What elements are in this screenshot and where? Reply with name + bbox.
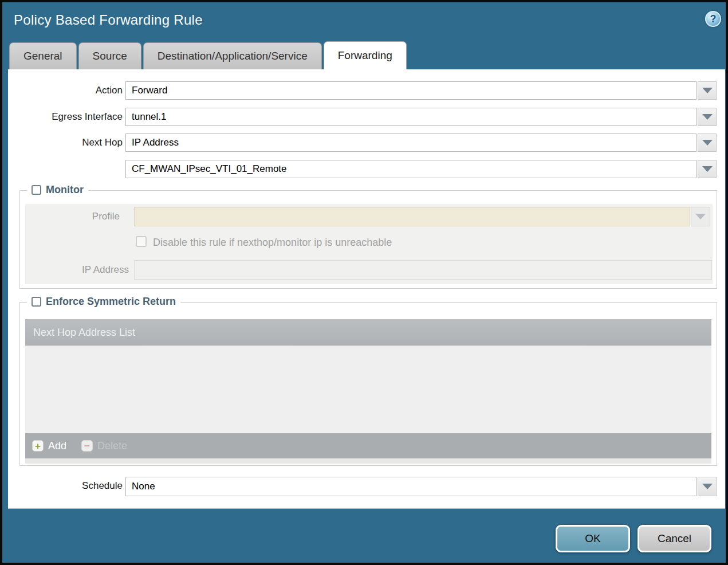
profile-label: Profile	[5, 207, 120, 226]
schedule-select[interactable]	[125, 477, 696, 496]
delete-button-label: Delete	[97, 440, 127, 452]
disable-rule-label: Disable this rule if nexthop/monitor ip …	[153, 237, 392, 249]
pbf-rule-dialog: Policy Based Forwarding Rule ? General S…	[0, 0, 728, 565]
chevron-down-icon	[702, 484, 713, 489]
next-hop-address-list-header: Next Hop Address List	[25, 319, 711, 346]
add-button-label: Add	[48, 440, 66, 452]
next-hop-address-select[interactable]	[125, 160, 696, 178]
plus-icon: +	[32, 440, 44, 452]
next-hop-address-list-toolbar: + Add − Delete	[25, 433, 711, 458]
tab-destination-application-service[interactable]: Destination/Application/Service	[143, 42, 322, 69]
delete-button[interactable]: − Delete	[81, 440, 127, 452]
symmetric-return-legend-label: Enforce Symmetric Return	[46, 296, 176, 308]
action-dropdown-button[interactable]	[698, 81, 717, 100]
chevron-down-icon	[702, 140, 713, 146]
schedule-label: Schedule	[8, 477, 123, 495]
chevron-down-icon	[702, 166, 713, 172]
egress-interface-label: Egress Interface	[8, 108, 123, 126]
monitor-legend: Monitor	[27, 184, 88, 196]
tab-forwarding[interactable]: Forwarding	[324, 41, 407, 69]
egress-interface-select[interactable]	[125, 108, 696, 126]
minus-icon: −	[81, 440, 93, 452]
enforce-symmetric-return-checkbox[interactable]	[32, 297, 41, 307]
help-icon[interactable]: ?	[705, 11, 721, 27]
next-hop-address-dropdown-button[interactable]	[698, 160, 717, 178]
tab-bar: General Source Destination/Application/S…	[9, 41, 407, 69]
schedule-dropdown-button[interactable]	[698, 477, 717, 496]
monitor-checkbox[interactable]	[32, 185, 41, 195]
monitor-ip-address-label: IP Address	[14, 260, 129, 280]
chevron-down-icon	[695, 214, 706, 219]
chevron-down-icon	[702, 88, 713, 93]
monitor-profile-dropdown-button[interactable]	[691, 207, 710, 226]
cancel-button[interactable]: Cancel	[638, 525, 711, 552]
action-label: Action	[8, 81, 123, 100]
disable-rule-checkbox[interactable]	[136, 236, 147, 247]
next-hop-address-list-body	[25, 346, 711, 433]
monitor-legend-label: Monitor	[46, 184, 84, 196]
next-hop-type-select[interactable]	[125, 134, 696, 152]
next-hop-address-table: Next Hop Address List + Add − Delete	[25, 319, 711, 464]
next-hop-type-dropdown-button[interactable]	[698, 134, 717, 152]
add-button[interactable]: + Add	[32, 440, 66, 452]
chevron-down-icon	[702, 114, 713, 120]
ok-button[interactable]: OK	[556, 525, 630, 552]
monitor-profile-select[interactable]	[134, 207, 690, 226]
action-select[interactable]	[125, 81, 696, 100]
tab-source[interactable]: Source	[78, 42, 141, 69]
egress-interface-dropdown-button[interactable]	[698, 108, 717, 126]
table-bottom-strip	[25, 458, 711, 464]
tab-general[interactable]: General	[9, 42, 77, 69]
dialog-title: Policy Based Forwarding Rule	[14, 12, 203, 28]
symmetric-return-legend: Enforce Symmetric Return	[27, 296, 180, 308]
monitor-ip-address-input[interactable]	[134, 260, 712, 280]
next-hop-label: Next Hop	[8, 134, 123, 152]
